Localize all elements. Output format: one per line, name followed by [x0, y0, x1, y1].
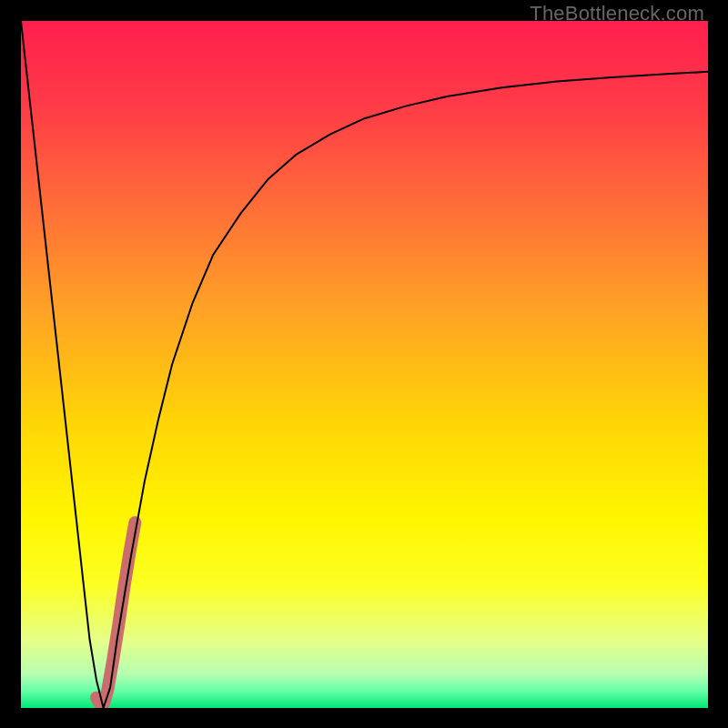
chart-stage: TheBottleneck.com — [0, 0, 728, 728]
highlight-segment — [96, 522, 135, 704]
plot-curves-layer — [21, 21, 708, 708]
plot-area — [21, 21, 708, 708]
watermark-text: TheBottleneck.com — [530, 2, 704, 25]
